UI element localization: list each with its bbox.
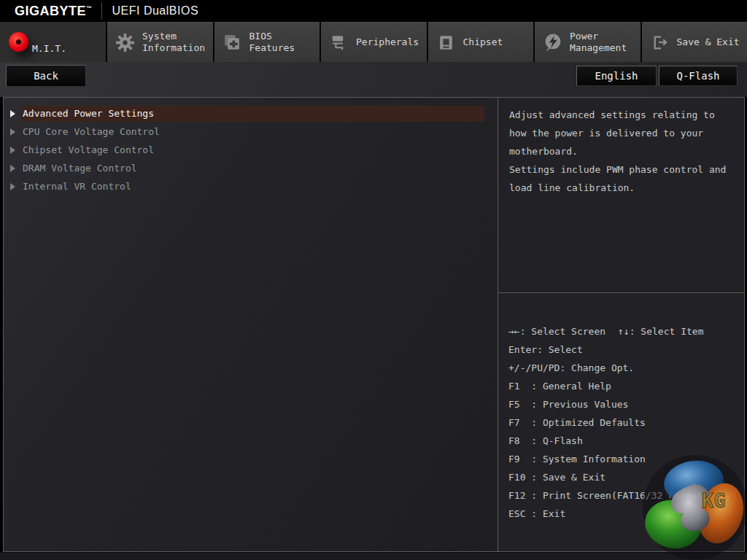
help-line: motherboard. [509, 142, 734, 160]
legend-row: F10 : Save & Exit [508, 468, 743, 486]
submenu-arrow-icon [10, 165, 15, 172]
menu-item-chipset-voltage-control[interactable]: Chipset Voltage Control [4, 141, 498, 159]
legend-row: →←: Select Screen ↑↓: Select Item [508, 322, 743, 341]
legend-row: F8 : Q-Flash [508, 432, 743, 450]
tab-bios-features[interactable]: BIOSFeatures [214, 22, 320, 62]
qflash-button[interactable]: Q-Flash [659, 66, 738, 86]
trademark-symbol: ™ [86, 5, 93, 12]
submenu-arrow-icon [10, 110, 15, 117]
legend-row: F9 : System Information [508, 450, 743, 468]
menu-item-label: Advanced Power Settings [21, 106, 484, 122]
red-dot-icon [9, 32, 28, 52]
bottom-strip [0, 552, 747, 560]
submenu-arrow-icon [10, 147, 15, 154]
legend-row: Enter: Select [508, 341, 743, 359]
tab-system-information[interactable]: SystemInformation [107, 22, 213, 62]
menu-item-label: Chipset Voltage Control [21, 142, 484, 158]
help-text: Adjust advanced settings relating to how… [498, 98, 744, 293]
submenu-arrow-icon [10, 183, 15, 190]
legend-row: F7 : Optimized Defaults [508, 413, 743, 432]
tab-mit[interactable]: M.I.T. [0, 22, 106, 62]
chipset-icon [436, 33, 456, 52]
menu-item-label: DRAM Voltage Control [21, 160, 484, 176]
legend-row: F12 : Print Screen(FAT16/32 Format Only) [508, 486, 743, 505]
menu-item-internal-vr-control[interactable]: Internal VR Control [4, 177, 498, 195]
help-line: how the power is delivered to your [509, 124, 734, 142]
back-button[interactable]: Back [6, 65, 86, 87]
legend-row: ESC : Exit [508, 505, 743, 523]
peripherals-icon [329, 33, 349, 52]
tab-bar: M.I.T. SystemInformation [0, 22, 747, 62]
legend-row: F5 : Previous Values [508, 395, 743, 413]
menu-item-cpu-core-voltage-control[interactable]: CPU Core Voltage Control [4, 122, 498, 141]
tab-save-exit[interactable]: Save & Exit [642, 22, 747, 62]
language-button[interactable]: English [576, 66, 657, 86]
legend-row: +/-/PU/PD: Change Opt. [508, 359, 743, 377]
help-line: Settings include PWM phase control and [509, 160, 734, 179]
main-content: Advanced Power Settings CPU Core Voltage… [3, 97, 745, 552]
gigabyte-logo: GIGABYTE™ [15, 4, 93, 19]
topbar-divider [101, 2, 102, 20]
key-legend: →←: Select Screen ↑↓: Select Item Enter:… [498, 293, 744, 551]
sub-bar: Back English Q-Flash [0, 62, 747, 97]
save-exit-icon [650, 33, 670, 52]
tab-peripherals[interactable]: Peripherals [321, 22, 427, 62]
settings-menu-panel: Advanced Power Settings CPU Core Voltage… [4, 98, 498, 551]
tab-mit-label: M.I.T. [32, 43, 66, 54]
bios-chip-icon [222, 33, 242, 52]
legend-select-item: ↑↓: Select Item [618, 322, 703, 341]
menu-item-dram-voltage-control[interactable]: DRAM Voltage Control [4, 159, 498, 177]
menu-item-label: CPU Core Voltage Control [21, 124, 484, 140]
info-panel: Adjust advanced settings relating to how… [498, 98, 744, 551]
legend-row: F1 : General Help [508, 377, 743, 395]
help-line: Adjust advanced settings relating to [509, 106, 734, 124]
submenu-arrow-icon [10, 128, 15, 136]
power-icon [543, 33, 562, 52]
bios-screen: GIGABYTE™ UEFI DualBIOS M.I.T. [0, 0, 747, 560]
menu-item-label: Internal VR Control [21, 179, 484, 195]
help-line: load line calibration. [509, 179, 734, 197]
gear-icon [115, 33, 135, 52]
tab-chipset[interactable]: Chipset [428, 22, 534, 62]
tab-power-management[interactable]: PowerManagement [535, 22, 640, 62]
menu-item-advanced-power-settings[interactable]: Advanced Power Settings [4, 104, 498, 122]
legend-select-screen: →←: Select Screen [508, 322, 605, 341]
